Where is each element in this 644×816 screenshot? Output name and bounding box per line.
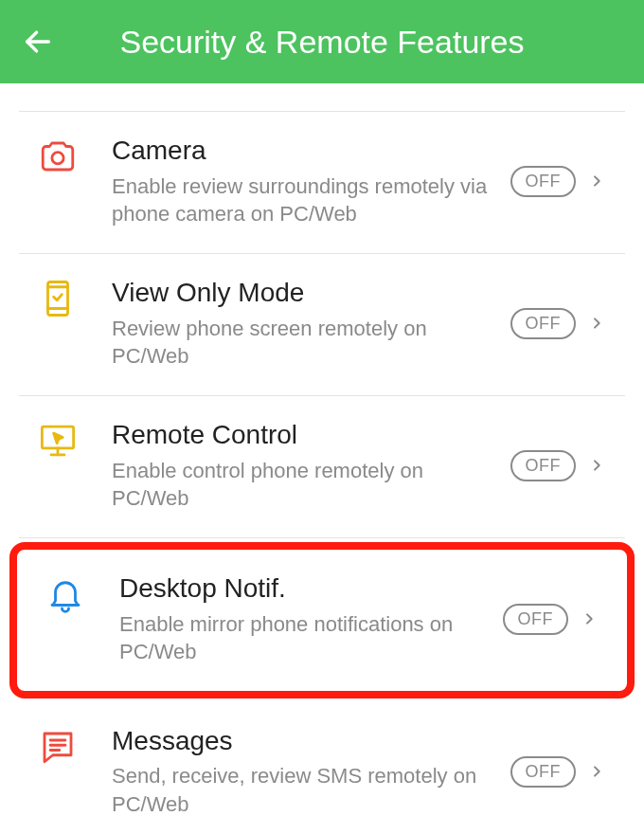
phone-view-icon: [38, 279, 78, 318]
setting-row-desktop-notif[interactable]: Desktop Notif. Enable mirror phone notif…: [27, 550, 617, 691]
chevron-right-icon: [587, 172, 606, 190]
partial-previous-row: [19, 83, 625, 112]
setting-row-view-only[interactable]: View Only Mode Review phone screen remot…: [19, 254, 625, 396]
chevron-right-icon: [587, 456, 606, 475]
item-title: Messages: [112, 725, 499, 757]
chevron-right-icon: [587, 314, 606, 333]
highlighted-item: Desktop Notif. Enable mirror phone notif…: [9, 542, 635, 698]
item-desc: Enable review surroundings remotely via …: [112, 172, 499, 228]
setting-row-remote-control[interactable]: Remote Control Enable control phone remo…: [19, 396, 625, 538]
arrow-left-icon: [22, 26, 54, 58]
chevron-right-icon: [580, 609, 599, 628]
settings-list: Camera Enable review surroundings remote…: [0, 83, 644, 816]
app-header: Security & Remote Features: [0, 0, 644, 83]
status-badge: OFF: [510, 450, 577, 481]
message-icon: [38, 727, 78, 767]
item-desc: Enable mirror phone notifications on PC/…: [119, 610, 492, 666]
item-desc: Enable control phone remotely on PC/Web: [112, 457, 499, 513]
status-badge: OFF: [510, 756, 577, 788]
page-title: Security & Remote Features: [0, 24, 644, 61]
bell-icon: [45, 574, 85, 614]
back-button[interactable]: [19, 23, 57, 61]
item-title: Camera: [112, 135, 499, 167]
status-badge: OFF: [510, 166, 577, 197]
item-desc: Send, receive, review SMS remotely on PC…: [112, 762, 499, 816]
item-title: Remote Control: [112, 419, 499, 451]
monitor-cursor-icon: [38, 421, 78, 461]
svg-point-1: [52, 153, 63, 164]
item-desc: Review phone screen remotely on PC/Web: [112, 315, 499, 371]
setting-row-messages[interactable]: Messages Send, receive, review SMS remot…: [19, 702, 625, 816]
setting-row-camera[interactable]: Camera Enable review surroundings remote…: [19, 112, 625, 254]
camera-icon: [38, 136, 78, 176]
item-title: Desktop Notif.: [119, 572, 492, 605]
svg-marker-8: [54, 433, 63, 444]
status-badge: OFF: [503, 604, 569, 635]
chevron-right-icon: [587, 762, 606, 781]
item-title: View Only Mode: [112, 277, 499, 309]
status-badge: OFF: [510, 308, 577, 339]
